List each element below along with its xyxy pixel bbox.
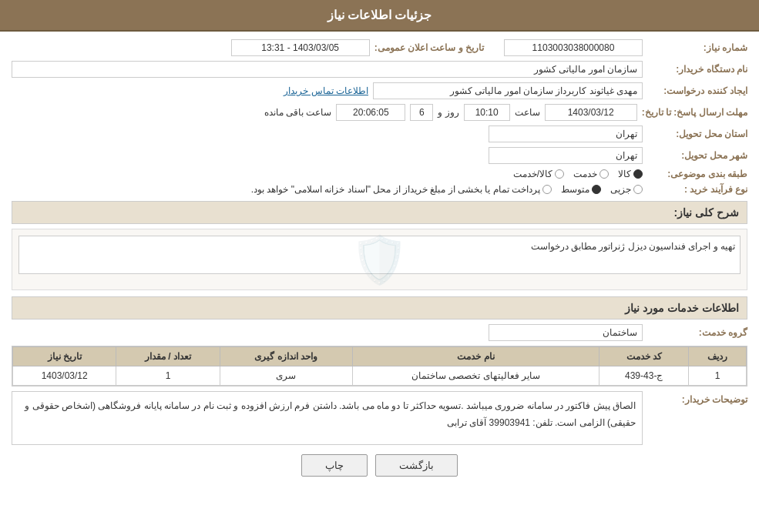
rooz-label: روز و (438, 107, 458, 118)
row-nam-dastagah: نام دستگاه خریدار: سازمان امور مالیاتی ک… (12, 61, 747, 78)
col-tedad: تعداد / مقدار (116, 347, 220, 366)
radio-asnad: پرداخت تمام یا بخشی از مبلغ خریداز از مح… (251, 184, 552, 195)
khadamat-section-header: اطلاعات خدمات مورد نیاز (12, 296, 747, 320)
row-gorooh: گروه خدمت: ساختمان (12, 324, 747, 341)
ijad-konande-value: مهدی غیاثوند کاربرداز سازمان امور مالیات… (373, 82, 643, 99)
nam-dastagah-value: سازمان امور مالیاتی کشور (12, 61, 643, 78)
radio-asnad-circle (542, 185, 552, 194)
back-button[interactable]: بازگشت (375, 454, 458, 477)
ostan-value: تهران (489, 125, 643, 142)
nofarand-label: نوع فرآیند خرید : (647, 184, 747, 195)
col-kod: کد خدمت (599, 347, 689, 366)
saat-label: ساعت (515, 107, 540, 118)
sharh-section-label: شرح کلی نیاز: (674, 206, 739, 219)
cell-radif: 1 (689, 366, 747, 386)
ostan-label: استان محل تحویل: (647, 129, 747, 139)
sharh-area: 🛡️ تهیه و اجرای فنداسیون دیزل ژنراتور مط… (12, 229, 747, 290)
ijad-konande-label: ایجاد کننده درخواست: (647, 85, 747, 96)
radio-jozi-circle (633, 185, 643, 194)
taarikhe-niaz-label: تاریخ و ساعت اعلان عمومی: (374, 42, 484, 53)
cell-kod: ج-43-439 (599, 366, 689, 386)
mohlat-label: مهلت ارسال پاسخ: تا تاریخ: (642, 107, 747, 118)
radio-motvaset-label: متوسط (561, 184, 589, 195)
row-ostan: استان محل تحویل: تهران (12, 125, 747, 142)
baqi-mande-value: 20:06:05 (336, 104, 405, 121)
page-container: جزئیات اطلاعات نیاز شماره نیاز: 11030030… (0, 0, 759, 532)
date-value: 1403/03/12 (545, 104, 637, 121)
cell-tedad: 1 (116, 366, 220, 386)
shomara-niaz-value: 1103003038000080 (504, 39, 643, 56)
row-ijad-konande: ایجاد کننده درخواست: مهدی غیاثوند کاربرد… (12, 82, 747, 99)
content-area: شماره نیاز: 1103003038000080 تاریخ و ساع… (0, 32, 759, 496)
nofarand-radio-group: جزیی متوسط پرداخت تمام یا بخشی از مبلغ خ… (251, 184, 643, 195)
shahr-value: تهران (489, 147, 643, 164)
radio-kala-khedmat-circle (555, 169, 564, 179)
shahr-label: شهر محل تحویل: (647, 150, 747, 161)
cell-vahed: سری (220, 366, 352, 386)
saat-value: 10:10 (464, 104, 510, 121)
cell-tarikh: 1403/03/12 (13, 366, 116, 386)
radio-jozi: جزیی (610, 184, 643, 195)
radio-jozi-label: جزیی (610, 184, 631, 195)
radio-motvaset-circle (592, 185, 601, 194)
buyer-notes-label: توضیحات خریدار: (647, 391, 747, 405)
baqi-mande-label: ساعت باقی مانده (264, 107, 332, 118)
col-nam: نام خدمت (352, 347, 599, 366)
contact-link[interactable]: اطلاعات تماس خریدار (284, 85, 368, 96)
radio-asnad-text: پرداخت تمام یا بخشی از مبلغ خریداز از مح… (251, 184, 540, 195)
radio-kala: کالا (618, 169, 643, 179)
table-row: 1 ج-43-439 سایر فعالیتهای تخصصی ساختمان … (13, 366, 747, 386)
radio-kala-khedmat: کالا/خدمت (513, 169, 564, 179)
row-mohlat: مهلت ارسال پاسخ: تا تاریخ: 1403/03/12 سا… (12, 104, 747, 121)
taarikhe-niaz-value: 1403/03/05 - 13:31 (231, 39, 370, 56)
print-button[interactable]: چاپ (301, 454, 368, 477)
cell-nam: سایر فعالیتهای تخصصی ساختمان (352, 366, 599, 386)
row-nofarand: نوع فرآیند خرید : جزیی متوسط پرداخت تمام… (12, 184, 747, 195)
buyer-notes-row: توضیحات خریدار: الصاق پیش فاکتور در ساما… (12, 391, 747, 445)
watermark: 🛡️ (351, 233, 408, 287)
khadamat-table: ردیف کد خدمت نام خدمت واحد اندازه گیری ت… (12, 346, 747, 386)
buyer-notes-value: الصاق پیش فاکتور در سامانه ضروری میباشد … (12, 391, 643, 445)
row-tabaqe: طبقه بندی موضوعی: کالا خدمت کالا/خدمت (12, 169, 747, 179)
radio-khedmat-circle (599, 169, 609, 179)
page-header: جزئیات اطلاعات نیاز (0, 0, 759, 32)
radio-motvaset: متوسط (561, 184, 601, 195)
button-row: بازگشت چاپ (12, 454, 747, 488)
shomara-niaz-label: شماره نیاز: (647, 42, 747, 53)
radio-kala-label: کالا (618, 169, 631, 179)
nam-dastagah-label: نام دستگاه خریدار: (647, 64, 747, 75)
khadamat-section-label: اطلاعات خدمات مورد نیاز (625, 302, 739, 314)
gorooh-value: ساختمان (489, 324, 643, 341)
col-radif: ردیف (689, 347, 747, 366)
sharh-section-header: شرح کلی نیاز: (12, 201, 747, 224)
col-vahed: واحد اندازه گیری (220, 347, 352, 366)
radio-khedmat-label: خدمت (573, 169, 597, 179)
page-title: جزئیات اطلاعات نیاز (327, 8, 432, 22)
radio-kala-circle (633, 169, 643, 179)
col-tarikh: تاریخ نیاز (13, 347, 116, 366)
row-shomara-niaz: شماره نیاز: 1103003038000080 تاریخ و ساع… (12, 39, 747, 56)
rooz-value: 6 (410, 104, 433, 121)
gorooh-label: گروه خدمت: (647, 327, 747, 338)
tabaqe-radio-group: کالا خدمت کالا/خدمت (513, 169, 643, 179)
tabaqe-label: طبقه بندی موضوعی: (647, 169, 747, 179)
row-shahr: شهر محل تحویل: تهران (12, 147, 747, 164)
radio-khedmat: خدمت (573, 169, 609, 179)
radio-kala-khedmat-label: کالا/خدمت (513, 169, 552, 179)
